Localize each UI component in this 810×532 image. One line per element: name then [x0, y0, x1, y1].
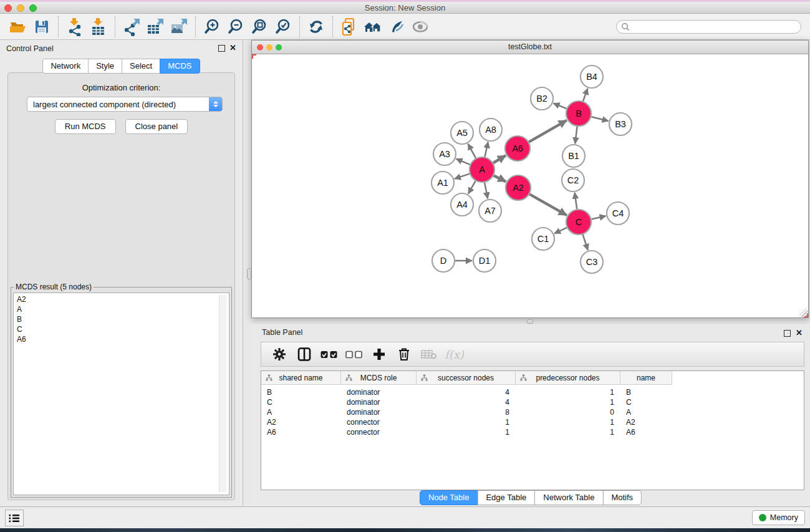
add-column-icon[interactable]: [370, 345, 388, 364]
graph-edge-A-A1[interactable]: [455, 174, 470, 179]
graph-node-C4[interactable]: C4: [607, 202, 629, 225]
column-header-name[interactable]: name: [620, 371, 672, 384]
tab-edge-table[interactable]: Edge Table: [477, 490, 535, 505]
tab-network[interactable]: Network: [42, 59, 89, 74]
result-item[interactable]: A2: [17, 294, 219, 304]
table-row[interactable]: Bdominator41B: [261, 387, 804, 397]
table-cell[interactable]: connector: [341, 428, 417, 437]
graph-edge-B-B2[interactable]: [554, 104, 567, 109]
run-mcds-button[interactable]: Run MCDS: [55, 119, 116, 134]
refresh-icon[interactable]: [306, 16, 327, 37]
tab-mcds[interactable]: MCDS: [160, 59, 200, 74]
result-item[interactable]: A: [17, 304, 219, 314]
table-row[interactable]: A6connector11A6: [261, 427, 804, 437]
column-header-shared-name[interactable]: shared name: [261, 371, 341, 384]
export-network-icon[interactable]: [121, 16, 142, 37]
function-builder-icon[interactable]: f(x): [445, 345, 464, 364]
select-all-icon[interactable]: [320, 345, 339, 364]
graph-edge-A-A5[interactable]: [468, 144, 476, 158]
table-cell[interactable]: 1: [516, 418, 620, 427]
graph-node-B4[interactable]: B4: [581, 65, 603, 88]
table-cell[interactable]: A6: [620, 428, 672, 437]
task-history-button[interactable]: [5, 510, 24, 526]
vertical-splitter-handle[interactable]: [247, 268, 251, 279]
table-cell[interactable]: 1: [417, 418, 516, 427]
apply-style-icon[interactable]: [386, 16, 407, 37]
column-header-MCDS-role[interactable]: MCDS role: [341, 371, 417, 384]
table-cell[interactable]: 4: [417, 398, 516, 407]
table-cell[interactable]: A2: [620, 418, 672, 427]
graph-edge-A-A8[interactable]: [485, 142, 488, 157]
horizontal-splitter-handle[interactable]: [527, 319, 533, 324]
import-network-icon[interactable]: [64, 16, 85, 37]
zoom-in-icon[interactable]: [201, 16, 223, 37]
graph-edge-A6-B[interactable]: [529, 120, 567, 142]
tab-network-table[interactable]: Network Table: [534, 490, 603, 505]
graph-edge-C-C3[interactable]: [583, 235, 588, 250]
table-cell[interactable]: dominator: [341, 408, 417, 417]
graph-node-B1[interactable]: B1: [562, 145, 585, 167]
memory-button[interactable]: Memory: [752, 510, 805, 525]
table-cell[interactable]: dominator: [341, 388, 417, 397]
criterion-dropdown[interactable]: largest connected component (directed): [27, 97, 223, 112]
graph-node-A5[interactable]: A5: [451, 122, 473, 144]
graph-node-B2[interactable]: B2: [531, 87, 553, 110]
table-row[interactable]: Cdominator41C: [261, 397, 804, 407]
zoom-selected-icon[interactable]: [272, 16, 294, 37]
deselect-all-icon[interactable]: [345, 345, 364, 364]
graph-node-A4[interactable]: A4: [451, 193, 473, 216]
graph-edge-A-A2[interactable]: [494, 175, 506, 181]
close-panel-button[interactable]: Close panel: [125, 119, 188, 134]
result-item[interactable]: C: [17, 324, 219, 334]
graph-node-D1[interactable]: D1: [473, 249, 496, 272]
tab-node-table[interactable]: Node Table: [420, 490, 478, 505]
graph-edge-C-C2[interactable]: [575, 193, 577, 209]
graph-node-B[interactable]: B: [566, 101, 591, 126]
delete-column-icon[interactable]: [395, 345, 413, 364]
result-item[interactable]: B: [17, 314, 219, 324]
graph-edge-C-C1[interactable]: [554, 228, 567, 233]
graph-node-A6[interactable]: A6: [505, 136, 530, 161]
graph-node-A[interactable]: A: [470, 157, 494, 182]
table-cell[interactable]: B: [620, 388, 672, 397]
table-cell[interactable]: C: [620, 398, 672, 407]
network-canvas[interactable]: B4B2BB3A5A8A6A3B1AC2A1A2A4A7CC4C1C3DD1: [252, 54, 808, 317]
close-panel-icon[interactable]: ✕: [229, 43, 236, 53]
table-cell[interactable]: 0: [516, 408, 620, 417]
graph-edge-A-A3[interactable]: [456, 159, 470, 165]
column-layout-icon[interactable]: [295, 345, 314, 364]
graph-edge-A-A7[interactable]: [485, 183, 488, 199]
table-cell[interactable]: A: [620, 408, 672, 417]
resize-grip-icon[interactable]: [799, 309, 808, 317]
graph-node-C2[interactable]: C2: [562, 169, 584, 191]
table-row[interactable]: Adominator80A: [261, 407, 804, 417]
zoom-out-icon[interactable]: [225, 16, 246, 37]
table-cell[interactable]: 1: [516, 428, 620, 437]
table-cell[interactable]: B: [261, 388, 341, 397]
graph-edge-B-B4[interactable]: [583, 89, 587, 101]
table-cell[interactable]: 8: [417, 408, 516, 417]
graph-node-A7[interactable]: A7: [479, 200, 501, 222]
result-list-scrollbar[interactable]: [219, 295, 226, 492]
graph-edge-A-A4[interactable]: [468, 181, 476, 193]
home-icon[interactable]: [362, 16, 383, 37]
eye-icon[interactable]: [410, 16, 431, 37]
open-session-icon[interactable]: [7, 16, 29, 37]
graph-node-B3[interactable]: B3: [609, 113, 632, 135]
table-cell[interactable]: 4: [417, 388, 516, 397]
result-item[interactable]: A6: [17, 334, 219, 344]
graph-node-A2[interactable]: A2: [506, 175, 531, 200]
network-graph[interactable]: B4B2BB3A5A8A6A3B1AC2A1A2A4A7CC4C1C3DD1: [252, 54, 808, 317]
table-cell[interactable]: A: [261, 408, 341, 417]
float-table-panel-icon[interactable]: [784, 330, 791, 337]
graph-edge-A-A6[interactable]: [493, 155, 506, 163]
graph-edge-A2-C[interactable]: [529, 194, 567, 215]
table-cell[interactable]: C: [261, 398, 341, 407]
table-cell[interactable]: 1: [417, 428, 516, 437]
ndex-icon[interactable]: [339, 16, 360, 37]
graph-node-A1[interactable]: A1: [432, 172, 454, 194]
settings-gear-icon[interactable]: [270, 345, 289, 364]
table-cell[interactable]: A2: [261, 418, 341, 427]
table-row[interactable]: A2connector11A2: [261, 417, 804, 427]
save-session-icon[interactable]: [31, 16, 52, 37]
